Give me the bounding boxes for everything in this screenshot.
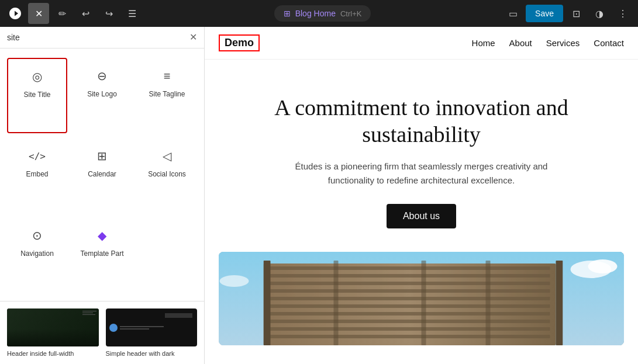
page-title-text: Blog Home bbox=[295, 9, 336, 18]
svg-rect-7 bbox=[270, 304, 550, 308]
nav-services[interactable]: Services bbox=[546, 38, 580, 48]
navigation-icon: ⊙ bbox=[27, 225, 48, 246]
site-preview: Demo Home About Services Contact A commi… bbox=[205, 27, 638, 364]
top-toolbar: ✕ ✏ ↩ ↪ ☰ ⊞ Blog Home Ctrl+K ▭ Save ⊡ ◑ … bbox=[0, 0, 638, 27]
block-social-icons-label: Social Icons bbox=[148, 170, 186, 178]
block-site-logo-label: Site Logo bbox=[87, 90, 117, 98]
keyboard-shortcut: Ctrl+K bbox=[340, 9, 361, 18]
toolbar-center: ⊞ Blog Home Ctrl+K bbox=[145, 5, 500, 22]
thumbnail-1[interactable]: Header inside full-width bbox=[7, 308, 99, 357]
svg-rect-6 bbox=[270, 297, 550, 300]
edit-button[interactable]: ✏ bbox=[51, 3, 73, 24]
close-button[interactable]: ✕ bbox=[28, 3, 49, 24]
thumbnail-2[interactable]: Simple header with dark bbox=[106, 308, 198, 357]
site-logo-demo: Demo bbox=[219, 34, 260, 51]
nav-about[interactable]: About bbox=[509, 38, 532, 48]
image-section bbox=[205, 252, 638, 364]
embed-icon: </> bbox=[27, 145, 48, 167]
architecture-image bbox=[219, 252, 624, 345]
block-social-icons[interactable]: ◁ Social Icons bbox=[137, 138, 197, 212]
blocks-grid: ◎ Site Title ⊖ Site Logo ≡ Site Tagline … bbox=[0, 48, 204, 301]
block-site-title[interactable]: ◎ Site Title bbox=[7, 58, 67, 133]
theme-button[interactable]: ◑ bbox=[589, 3, 610, 24]
thumbnails-section: Header inside full-width Simple header w… bbox=[0, 301, 204, 364]
canvas-area: Demo Home About Services Contact A commi… bbox=[205, 27, 638, 364]
search-input[interactable] bbox=[7, 33, 185, 42]
hero-section: A commitment to innovation and sustainab… bbox=[205, 60, 638, 252]
block-site-tagline-label: Site Tagline bbox=[149, 90, 185, 98]
site-logo-icon: ⊖ bbox=[92, 65, 113, 86]
calendar-icon: ⊞ bbox=[92, 145, 113, 167]
block-embed[interactable]: </> Embed bbox=[7, 138, 67, 212]
redo-button[interactable]: ↪ bbox=[98, 3, 119, 24]
left-panel: ✕ ◎ Site Title ⊖ Site Logo ≡ Site Taglin… bbox=[0, 27, 205, 364]
list-view-button[interactable]: ☰ bbox=[122, 3, 143, 24]
svg-rect-15 bbox=[422, 261, 426, 345]
svg-rect-8 bbox=[270, 312, 550, 316]
toolbar-right: ▭ Save ⊡ ◑ ⋮ bbox=[502, 3, 633, 24]
block-calendar[interactable]: ⊞ Calendar bbox=[72, 138, 132, 212]
svg-rect-13 bbox=[556, 261, 563, 345]
page-title-pill[interactable]: ⊞ Blog Home Ctrl+K bbox=[274, 5, 371, 22]
svg-point-21 bbox=[220, 275, 249, 287]
search-clear-button[interactable]: ✕ bbox=[189, 33, 197, 42]
view-toggle-button[interactable]: ⊡ bbox=[565, 3, 587, 24]
svg-rect-4 bbox=[270, 282, 550, 285]
hero-subtitle: Études is a pioneering firm that seamles… bbox=[287, 160, 556, 188]
block-template-part[interactable]: ◆ Template Part bbox=[72, 217, 132, 292]
svg-rect-2 bbox=[270, 266, 550, 270]
preview-button[interactable]: ▭ bbox=[502, 3, 523, 24]
page-icon: ⊞ bbox=[284, 9, 291, 18]
block-calendar-label: Calendar bbox=[88, 170, 116, 178]
svg-rect-17 bbox=[219, 252, 264, 345]
site-tagline-icon: ≡ bbox=[157, 65, 178, 86]
more-options-button[interactable]: ⋮ bbox=[612, 3, 633, 24]
block-site-logo[interactable]: ⊖ Site Logo bbox=[72, 58, 132, 133]
template-part-icon: ◆ bbox=[92, 225, 113, 246]
block-site-tagline[interactable]: ≡ Site Tagline bbox=[137, 58, 197, 133]
site-header: Demo Home About Services Contact bbox=[205, 27, 638, 60]
svg-rect-10 bbox=[270, 327, 550, 331]
site-navigation: Home About Services Contact bbox=[472, 38, 624, 48]
block-navigation-label: Navigation bbox=[20, 249, 54, 258]
block-template-part-label: Template Part bbox=[80, 249, 123, 258]
hero-title: A commitment to innovation and sustainab… bbox=[258, 95, 585, 148]
svg-rect-9 bbox=[270, 320, 550, 323]
thumbnail-1-label: Header inside full-width bbox=[7, 350, 99, 357]
undo-button[interactable]: ↩ bbox=[75, 3, 96, 24]
svg-point-20 bbox=[588, 259, 618, 273]
block-site-title-label: Site Title bbox=[23, 91, 50, 99]
site-title-icon: ◎ bbox=[27, 66, 48, 87]
block-navigation[interactable]: ⊙ Navigation bbox=[7, 217, 67, 292]
save-button[interactable]: Save bbox=[526, 5, 563, 22]
search-bar: ✕ bbox=[0, 27, 204, 48]
thumbnail-1-image bbox=[7, 308, 99, 346]
wordpress-logo[interactable] bbox=[5, 3, 26, 24]
svg-rect-12 bbox=[264, 261, 271, 345]
hero-cta-button[interactable]: About us bbox=[387, 204, 456, 228]
block-embed-label: Embed bbox=[26, 170, 48, 178]
main-layout: ✕ ◎ Site Title ⊖ Site Logo ≡ Site Taglin… bbox=[0, 27, 638, 364]
svg-rect-5 bbox=[270, 289, 550, 293]
thumbnail-2-image bbox=[106, 308, 198, 346]
thumbnail-2-label: Simple header with dark bbox=[106, 350, 198, 357]
svg-rect-14 bbox=[334, 261, 339, 345]
nav-home[interactable]: Home bbox=[472, 38, 495, 48]
nav-contact[interactable]: Contact bbox=[594, 38, 624, 48]
svg-rect-3 bbox=[270, 274, 550, 278]
svg-rect-16 bbox=[486, 261, 491, 345]
social-icons-icon: ◁ bbox=[157, 145, 178, 167]
svg-rect-11 bbox=[270, 335, 550, 338]
